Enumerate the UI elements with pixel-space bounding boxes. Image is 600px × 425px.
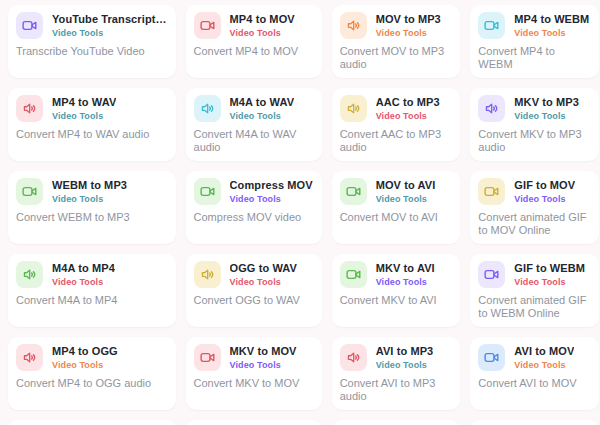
- tool-title: AVI to MP3: [376, 345, 434, 358]
- tool-title: YouTube Transcript…: [52, 13, 167, 26]
- tool-card[interactable]: AVI to MOV Video Tools Convert AVI to MO…: [470, 337, 599, 410]
- tool-category-label: Video Tools: [514, 194, 575, 205]
- tool-card-header: GIF to MOV Video Tools: [478, 178, 590, 205]
- video-camera-icon: [478, 261, 505, 288]
- tool-card[interactable]: AAC to MP3 Video Tools Convert AAC to MP…: [332, 88, 461, 161]
- tool-category-label: Video Tools: [376, 277, 435, 288]
- tool-card[interactable]: MP4 to MOV Video Tools Convert MP4 to MO…: [186, 5, 322, 78]
- tool-card[interactable]: MP4 to OGG Video Tools Convert MP4 to OG…: [8, 337, 176, 410]
- tool-title: MOV to MP3: [376, 13, 441, 26]
- tool-category-label: Video Tools: [514, 111, 579, 122]
- tool-description: Convert AVI to MP3 audio: [340, 377, 452, 403]
- tool-category-label: Video Tools: [230, 360, 297, 371]
- tool-description: Convert MOV to MP3 audio: [340, 45, 452, 71]
- tool-category-label: Video Tools: [514, 28, 589, 39]
- video-camera-icon: [194, 12, 221, 39]
- tool-card[interactable]: WEBM to MOV Video Tools Convert WEBM to …: [8, 420, 176, 425]
- tool-category-label: Video Tools: [514, 277, 585, 288]
- tool-card[interactable]: Compress MOV Video Tools Compress MOV vi…: [186, 171, 322, 244]
- tool-card[interactable]: GIF to WEBM Video Tools Convert animated…: [470, 254, 599, 327]
- tool-description: Convert OGG to WAV: [194, 294, 313, 307]
- tool-category-label: Video Tools: [230, 111, 295, 122]
- tool-card-header: MOV to MP3 Video Tools: [340, 12, 452, 39]
- tool-card-header: MKV to MOV Video Tools: [194, 344, 313, 371]
- tool-description: Convert MKV to AVI: [340, 294, 452, 307]
- tool-card[interactable]: M4A to WAV Video Tools Convert M4A to WA…: [186, 88, 322, 161]
- video-camera-icon: [340, 261, 367, 288]
- tool-card-header: AVI to MOV Video Tools: [478, 344, 590, 371]
- tool-card-header: MP4 to OGG Video Tools: [16, 344, 167, 371]
- tool-category-label: Video Tools: [376, 194, 436, 205]
- tool-category-label: Video Tools: [230, 277, 297, 288]
- speaker-icon: [340, 95, 367, 122]
- speaker-icon: [16, 344, 43, 371]
- tool-title: M4A to MP4: [52, 262, 115, 275]
- tool-category-label: Video Tools: [376, 111, 440, 122]
- speaker-icon: [194, 261, 221, 288]
- tool-card-header: M4A to MP4 Video Tools: [16, 261, 167, 288]
- tool-category-label: Video Tools: [376, 360, 434, 371]
- speaker-icon: [16, 95, 43, 122]
- tool-description: Convert animated GIF to WEBM Online: [478, 294, 590, 320]
- tool-card-header: MP4 to WEBM Video Tools: [478, 12, 590, 39]
- tool-title: MKV to MOV: [230, 345, 297, 358]
- tool-card-header: MP4 to MOV Video Tools: [194, 12, 313, 39]
- tool-description: Convert MP4 to MOV: [194, 45, 313, 58]
- tool-description: Convert AAC to MP3 audio: [340, 128, 452, 154]
- tool-card[interactable]: AVI to MP3 Video Tools Convert AVI to MP…: [332, 337, 461, 410]
- tool-description: Convert MP4 to OGG audio: [16, 377, 167, 390]
- tool-title: AVI to MOV: [514, 345, 574, 358]
- tool-card-header: M4A to WAV Video Tools: [194, 95, 313, 122]
- tool-card[interactable]: MKV to AVI Video Tools Convert MKV to AV…: [332, 254, 461, 327]
- tool-card-header: MKV to MP3 Video Tools: [478, 95, 590, 122]
- tools-grid: YouTube Transcript… Video Tools Transcri…: [0, 0, 600, 425]
- speaker-icon: [340, 12, 367, 39]
- tool-description: Convert MKV to MOV: [194, 377, 313, 390]
- tool-card-header: GIF to WEBM Video Tools: [478, 261, 590, 288]
- tool-card[interactable]: WEBM to MP3 Video Tools Convert WEBM to …: [8, 171, 176, 244]
- tool-card[interactable]: YouTube Transcript… Video Tools Transcri…: [8, 5, 176, 78]
- tool-card-header: Compress MOV Video Tools: [194, 178, 313, 205]
- speaker-icon: [16, 261, 43, 288]
- tool-title: MOV to AVI: [376, 179, 436, 192]
- speaker-icon: [340, 344, 367, 371]
- tool-card[interactable]: MOV to MP3 Video Tools Convert MOV to MP…: [332, 5, 461, 78]
- tool-title: GIF to WEBM: [514, 262, 585, 275]
- tool-title: MP4 to MOV: [230, 13, 295, 26]
- video-camera-icon: [478, 178, 505, 205]
- tool-title: GIF to MOV: [514, 179, 575, 192]
- video-camera-icon: [16, 178, 43, 205]
- tool-title: Compress MOV: [230, 179, 313, 192]
- tool-card[interactable]: MKV to MOV Video Tools Convert MKV to MO…: [186, 337, 322, 410]
- tool-category-label: Video Tools: [52, 111, 116, 122]
- tool-card[interactable]: MKV to MP3 Video Tools Convert MKV to MP…: [470, 88, 599, 161]
- tool-card[interactable]: GIF to MOV Video Tools Convert animated …: [470, 171, 599, 244]
- speaker-icon: [194, 95, 221, 122]
- tool-description: Convert AVI to MOV: [478, 377, 590, 390]
- video-camera-icon: [194, 178, 221, 205]
- tool-card-header: AVI to MP3 Video Tools: [340, 344, 452, 371]
- tool-description: Convert animated GIF to MOV Online: [478, 211, 590, 237]
- tool-card-header: MP4 to WAV Video Tools: [16, 95, 167, 122]
- tool-card[interactable]: OGG to WAV Video Tools Convert OGG to WA…: [186, 254, 322, 327]
- tool-description: Convert MKV to MP3 audio: [478, 128, 590, 154]
- tool-card[interactable]: M4A to MP4 Video Tools Convert M4A to MP…: [8, 254, 176, 327]
- video-camera-icon: [340, 178, 367, 205]
- tool-card[interactable]: Add subtitles Video Tools Add subtitles …: [470, 420, 599, 425]
- tool-card-header: MOV to AVI Video Tools: [340, 178, 452, 205]
- tool-description: Convert MP4 to WAV audio: [16, 128, 167, 141]
- tool-card-header: AAC to MP3 Video Tools: [340, 95, 452, 122]
- tool-card[interactable]: MKV to GIF Video Tools Convert MKV to GI…: [332, 420, 461, 425]
- tool-card[interactable]: MOV to AVI Video Tools Convert MOV to AV…: [332, 171, 461, 244]
- tool-category-label: Video Tools: [52, 360, 118, 371]
- tool-title: MKV to AVI: [376, 262, 435, 275]
- tool-title: M4A to WAV: [230, 96, 295, 109]
- tool-card[interactable]: MP4 to WAV Video Tools Convert MP4 to WA…: [8, 88, 176, 161]
- tool-description: Convert MP4 to WEBM: [478, 45, 590, 71]
- tool-title: AAC to MP3: [376, 96, 440, 109]
- tool-card[interactable]: MP4 to WEBM Video Tools Convert MP4 to W…: [470, 5, 599, 78]
- tool-category-label: Video Tools: [230, 194, 313, 205]
- tool-card-header: YouTube Transcript… Video Tools: [16, 12, 167, 39]
- speaker-icon: [478, 95, 505, 122]
- tool-card[interactable]: MOV to WAV Video Tools Convert MOV to WA…: [186, 420, 322, 425]
